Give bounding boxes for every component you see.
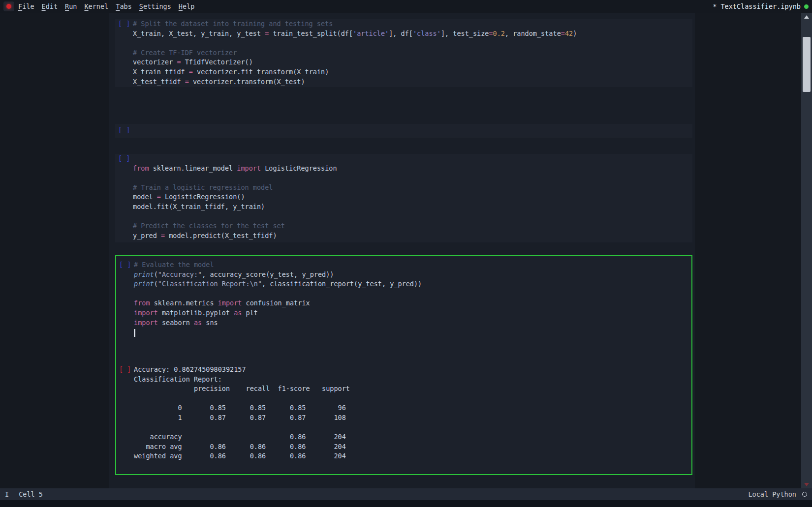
- code-line: [133, 154, 337, 164]
- cell-input-code[interactable]: # Evaluate the modelprint("Accuracy:", a…: [134, 260, 422, 337]
- code-cell-tfidf[interactable]: [ ] # Split the dataset into training an…: [115, 19, 692, 87]
- menu-help[interactable]: Help: [179, 2, 195, 10]
- code-line: X_test_tfidf = vectorizer.transform(X_te…: [133, 77, 577, 87]
- status-left: I Cell 5: [5, 490, 43, 498]
- cell-input-prompt: [ ]: [119, 260, 131, 270]
- current-cell-label: Cell 5: [19, 490, 43, 498]
- text-cursor: [134, 329, 135, 337]
- menu-run[interactable]: Run: [65, 2, 77, 10]
- menu-settings[interactable]: Settings: [139, 2, 171, 10]
- code-line: # Create TF-IDF vectorizer: [133, 48, 577, 58]
- code-line: import matplotlib.pyplot as plt: [134, 308, 422, 318]
- code-line: # Evaluate the model: [134, 260, 422, 270]
- code-line: vectorizer = TfidfVectorizer(): [133, 58, 577, 67]
- menu-items: FileEditRunKernelTabsSettingsHelp: [18, 0, 194, 13]
- status-bar: I Cell 5 Local Python: [0, 488, 812, 500]
- menu-bar: FileEditRunKernelTabsSettingsHelp * Text…: [0, 0, 812, 13]
- record-dot-icon: [6, 4, 11, 9]
- bottom-strip: [0, 500, 812, 507]
- cell-output-text: Accuracy: 0.8627450980392157 Classificat…: [134, 365, 350, 461]
- scroll-up-arrow-icon[interactable]: [804, 15, 809, 19]
- code-line: # Train a logistic regression model: [133, 183, 337, 193]
- code-line: import seaborn as sns: [134, 318, 422, 328]
- cell-input-prompt: [ ]: [118, 125, 130, 135]
- title-area: * TextClassifier.ipynb: [713, 0, 809, 13]
- code-line: [134, 328, 422, 337]
- document-title: * TextClassifier.ipynb: [713, 2, 801, 10]
- menu-kernel[interactable]: Kernel: [84, 2, 108, 10]
- code-cell-evaluate-selected[interactable]: [ ] # Evaluate the modelprint("Accuracy:…: [115, 255, 692, 475]
- code-line: print("Classification Report:\n", classi…: [134, 279, 422, 289]
- app-button[interactable]: [3, 1, 14, 11]
- code-cell-empty[interactable]: [ ]: [115, 124, 692, 138]
- menu-edit[interactable]: Edit: [42, 2, 58, 10]
- code-line: print("Accuracy:", accuracy_score(y_test…: [134, 270, 422, 280]
- menu-file[interactable]: File: [18, 2, 34, 10]
- code-line: X_train, X_test, y_train, y_test = train…: [133, 29, 577, 39]
- cell-input-code[interactable]: # Split the dataset into training and te…: [133, 19, 577, 87]
- code-line: [133, 38, 577, 48]
- cell-input-prompt: [ ]: [118, 154, 130, 164]
- kernel-connected-dot-icon: [804, 4, 809, 9]
- vim-mode-indicator: I: [5, 490, 9, 498]
- status-right: Local Python: [748, 490, 807, 498]
- menu-tabs[interactable]: Tabs: [116, 2, 132, 10]
- code-line: y_pred = model.predict(X_test_tfidf): [133, 231, 337, 241]
- code-line: from sklearn.linear_model import Logisti…: [133, 164, 337, 174]
- code-line: model = LogisticRegression(): [133, 192, 337, 202]
- code-line: # Split the dataset into training and te…: [133, 19, 577, 29]
- code-line: X_train_tfidf = vectorizer.fit_transform…: [133, 67, 577, 77]
- scroll-down-arrow-icon[interactable]: [804, 483, 809, 486]
- cell-output-prompt: [ ]: [119, 365, 131, 375]
- code-cell-logreg[interactable]: [ ] from sklearn.linear_model import Log…: [115, 154, 692, 242]
- scrollbar-thumb[interactable]: [803, 37, 811, 92]
- kernel-selector[interactable]: Local Python: [748, 490, 796, 498]
- code-line: # Predict the classes for the test set: [133, 221, 337, 231]
- app-window: FileEditRunKernelTabsSettingsHelp * Text…: [0, 0, 812, 507]
- kernel-idle-icon: [802, 492, 807, 497]
- notebook-page: [ ] # Split the dataset into training an…: [109, 13, 695, 488]
- scrollbar[interactable]: [801, 13, 812, 488]
- code-line: [134, 289, 422, 299]
- cell-input-prompt: [ ]: [118, 19, 130, 29]
- cell-input-code[interactable]: from sklearn.linear_model import Logisti…: [133, 154, 337, 240]
- code-line: from sklearn.metrics import confusion_ma…: [134, 298, 422, 308]
- code-line: [133, 173, 337, 183]
- code-line: [133, 212, 337, 222]
- code-line: model.fit(X_train_tfidf, y_train): [133, 202, 337, 212]
